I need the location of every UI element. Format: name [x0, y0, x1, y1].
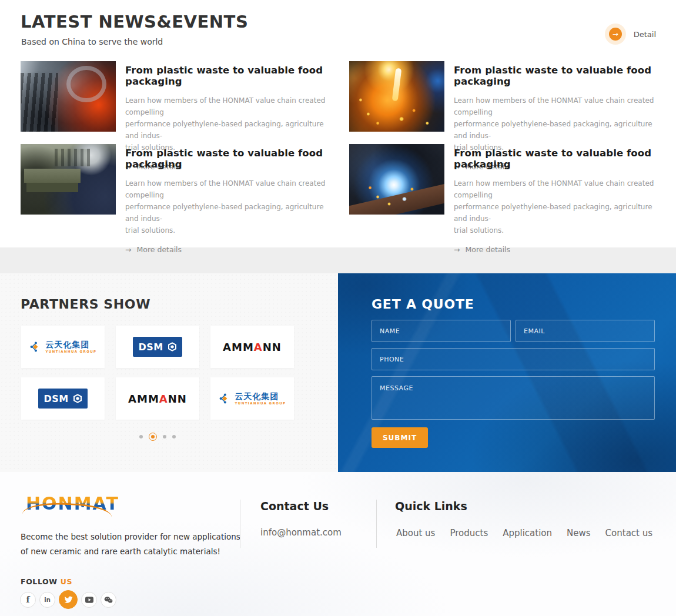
news-card-body: From plastic waste to valuable food pack… [444, 61, 655, 132]
news-title[interactable]: From plastic waste to valuable food pack… [454, 65, 655, 87]
partner-card-dsm[interactable]: DSM [21, 377, 105, 420]
news-desc-line: performance polyethylene-based packaging… [454, 201, 655, 225]
partners-grid: 云天化集团 YUNTIANHUA GROUP DSM [21, 326, 294, 420]
news-section-title: LATEST NEWS&EVENTS [21, 12, 248, 32]
news-card: From plastic waste to valuable food pack… [21, 61, 327, 132]
news-desc-line: performance polyethylene-based packaging… [454, 118, 655, 142]
ammann-logo: AMMANN [223, 341, 282, 353]
news-card-body: From plastic waste to valuable food pack… [444, 144, 655, 215]
partner-card-yuntianhua[interactable]: 云天化集团 YUNTIANHUA GROUP [21, 326, 105, 368]
news-grid: From plastic waste to valuable food pack… [21, 61, 655, 215]
detail-arrow-ring: → [605, 24, 626, 45]
yuntianhua-logo-cn-text: 云天化集团 [45, 340, 96, 349]
dsm-logo: DSM [38, 389, 88, 409]
quote-panel: GET A QUOTE SUBMIT [338, 273, 676, 472]
ammann-logo-part: AMM [223, 341, 254, 353]
dsm-logo: DSM [133, 337, 182, 357]
partners-quote-section: PARTNERS SHOW 云天化集团 [0, 273, 676, 472]
news-thumbnail-welding-sparks[interactable] [349, 144, 444, 215]
partners-section-title: PARTNERS SHOW [21, 297, 150, 312]
news-description: Learn how members of the HONMAT value ch… [125, 178, 327, 236]
more-details-link[interactable]: → More details [125, 245, 327, 254]
detail-button-label: Detail [634, 30, 656, 39]
yuntianhua-logo-icon [29, 340, 42, 353]
ammann-logo-part: AMM [128, 393, 159, 405]
news-thumbnail-foundry-pour[interactable] [349, 61, 444, 132]
social-icons-row: f in [20, 590, 116, 609]
arrow-right-icon: → [454, 245, 460, 254]
footer-divider [240, 500, 240, 548]
dsm-logo-text: DSM [138, 342, 163, 353]
more-details-label: More details [465, 245, 510, 254]
news-card-body: From plastic waste to valuable food pack… [116, 144, 327, 215]
partner-card-yuntianhua[interactable]: 云天化集团 YUNTIANHUA GROUP [210, 377, 294, 420]
more-details-label: More details [136, 245, 182, 254]
news-title[interactable]: From plastic waste to valuable food pack… [125, 65, 327, 87]
page: LATEST NEWS&EVENTS Based on China to ser… [0, 0, 676, 616]
news-section-subtitle: Based on China to serve the world [21, 37, 163, 46]
latest-news-section: LATEST NEWS&EVENTS Based on China to ser… [0, 0, 676, 247]
carousel-dot[interactable] [139, 435, 143, 438]
footer-link-about-us[interactable]: About us [396, 528, 435, 538]
linkedin-icon[interactable]: in [39, 592, 55, 608]
email-input[interactable] [516, 320, 655, 342]
carousel-dots [21, 433, 294, 441]
news-thumbnail-lathe-worker[interactable] [21, 144, 116, 215]
yuntianhua-logo-en-text: YUNTIANHUA GROUP [45, 350, 96, 354]
contact-email-link[interactable]: info@honmat.com [260, 527, 342, 538]
carousel-dot[interactable] [163, 435, 166, 438]
arrow-right-icon: → [609, 28, 622, 41]
honmat-logo: HONMAT [26, 493, 114, 521]
news-desc-line: Learn how members of the HONMAT value ch… [125, 178, 327, 201]
news-desc-line: performance polyethylene-based packaging… [125, 201, 327, 225]
partner-card-ammann[interactable]: AMMANN [210, 326, 294, 368]
news-card: From plastic waste to valuable food pack… [349, 61, 655, 132]
youtube-play-glyph [85, 597, 93, 603]
footer-link-application[interactable]: Application [503, 528, 552, 538]
facebook-icon[interactable]: f [20, 592, 36, 608]
news-desc-line: trial solutions. [125, 225, 327, 236]
phone-input[interactable] [372, 348, 655, 370]
yuntianhua-logo-icon [218, 392, 231, 405]
news-desc-line: trial solutions. [454, 225, 655, 236]
youtube-icon[interactable] [81, 592, 97, 608]
more-details-link[interactable]: → More details [454, 245, 655, 254]
name-input[interactable] [372, 320, 511, 342]
twitter-bird-glyph [64, 595, 73, 604]
yuntianhua-logo-en-text: YUNTIANHUA GROUP [235, 402, 286, 406]
twitter-icon[interactable] [59, 590, 78, 609]
ammann-logo-red-letter: A [159, 393, 168, 405]
yuntianhua-logo-cn-text: 云天化集团 [235, 392, 286, 400]
submit-button[interactable]: SUBMIT [372, 427, 428, 448]
partners-panel: PARTNERS SHOW 云天化集团 [0, 273, 338, 472]
news-card: From plastic waste to valuable food pack… [349, 144, 655, 215]
news-desc-line: performance polyethylene-based packaging… [125, 118, 327, 142]
detail-button[interactable]: → Detail [605, 24, 656, 45]
footer-link-products[interactable]: Products [450, 528, 488, 538]
news-desc-line: Learn how members of the HONMAT value ch… [454, 95, 655, 118]
quick-links-row: About us Products Application News Conta… [396, 528, 652, 538]
message-textarea[interactable] [372, 376, 655, 420]
news-desc-line: Learn how members of the HONMAT value ch… [125, 95, 327, 118]
footer-link-contact-us[interactable]: Contact us [605, 528, 652, 538]
footer-tagline-line: Become the best solution provider for ne… [21, 530, 240, 544]
carousel-dot-active[interactable] [149, 433, 157, 441]
follow-us-label: FOLLOW US [21, 577, 72, 586]
footer-link-news[interactable]: News [567, 528, 591, 538]
news-title[interactable]: From plastic waste to valuable food pack… [454, 148, 655, 170]
dsm-hexagon-icon [168, 342, 177, 351]
footer-divider [376, 500, 377, 548]
partner-card-ammann[interactable]: AMMANN [116, 377, 199, 420]
dsm-hexagon-icon [73, 394, 82, 403]
news-desc-line: Learn how members of the HONMAT value ch… [454, 178, 655, 201]
footer-tagline: Become the best solution provider for ne… [21, 530, 240, 559]
news-title[interactable]: From plastic waste to valuable food pack… [125, 148, 327, 170]
footer: HONMAT Become the best solution provider… [0, 472, 676, 616]
partner-card-dsm[interactable]: DSM [116, 326, 199, 368]
ammann-logo-part: NN [263, 341, 282, 353]
contact-us-heading: Contact Us [260, 500, 329, 513]
news-card: From plastic waste to valuable food pack… [21, 144, 327, 215]
carousel-dot[interactable] [172, 435, 176, 438]
news-thumbnail-tire-smoke[interactable] [21, 61, 116, 132]
wechat-icon[interactable] [101, 592, 116, 608]
